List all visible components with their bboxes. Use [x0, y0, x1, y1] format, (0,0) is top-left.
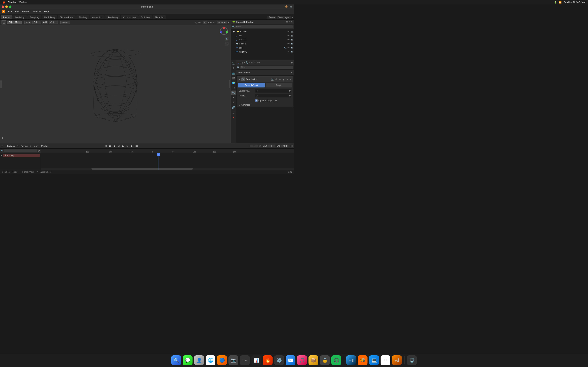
mod-more-icon[interactable]: ▼: [286, 78, 289, 81]
playback-chevron[interactable]: ▼: [17, 145, 19, 147]
outliner-close-icon[interactable]: ✕: [291, 21, 293, 23]
levels-viewport-dot[interactable]: [289, 90, 291, 92]
add-workspace-icon[interactable]: +: [292, 16, 293, 19]
view-menu[interactable]: View: [24, 21, 32, 24]
object-menu[interactable]: Object: [49, 21, 58, 24]
props-object-icon[interactable]: ⬡: [231, 86, 236, 90]
mod-camera-icon[interactable]: 📷: [271, 78, 274, 81]
close-button[interactable]: [2, 6, 4, 8]
outliner-item-vert001[interactable]: ▽ Vert.001 👁 📷: [231, 50, 294, 54]
camera-vis-icon[interactable]: 👁: [287, 43, 290, 45]
viewport-canvas[interactable]: b T R F: [0, 25, 231, 143]
outliner-filter-icon[interactable]: ⚙: [286, 21, 288, 23]
keying-menu[interactable]: Keying: [20, 145, 29, 147]
outliner-item-vert[interactable]: ▽ Vert 👁 📷: [231, 33, 294, 38]
menu-help[interactable]: Help: [43, 10, 50, 13]
view-perspective-icon[interactable]: T R F: [219, 27, 229, 35]
viewlayer-selector[interactable]: View Layer: [277, 16, 291, 19]
timeline-search-input[interactable]: [4, 150, 37, 152]
render-dot[interactable]: [289, 95, 291, 96]
camera-render-icon[interactable]: 📷: [290, 43, 293, 45]
tab-animation[interactable]: Animation: [90, 15, 105, 19]
next-keyframe-button[interactable]: ▷: [126, 145, 130, 147]
vert002-render-icon[interactable]: 📷: [290, 39, 293, 41]
timeline-mode-icon[interactable]: ⏱: [1, 145, 4, 147]
vert002-vis-icon[interactable]: 👁: [287, 39, 290, 41]
transform-orientation[interactable]: Normal: [61, 21, 70, 24]
props-data-icon[interactable]: △: [231, 110, 236, 115]
props-physics-icon[interactable]: ⚛: [231, 100, 236, 105]
tab-texturepaint[interactable]: Texture Paint: [58, 15, 76, 19]
timeline-scrollbar-thumb[interactable]: [91, 168, 193, 170]
simple-button[interactable]: Simple: [266, 83, 292, 87]
menu-edit[interactable]: Edit: [14, 10, 20, 13]
keying-chevron[interactable]: ▼: [30, 145, 31, 147]
add-menu[interactable]: Add: [42, 21, 48, 24]
view-menu-tl[interactable]: View: [33, 145, 39, 147]
vert-render-icon[interactable]: 📷: [290, 34, 293, 37]
tab-shading[interactable]: Shading: [76, 15, 89, 19]
marker-menu[interactable]: Marker: [40, 145, 49, 147]
modifier-close[interactable]: ✕: [290, 78, 292, 81]
render-field[interactable]: 2: [255, 94, 291, 98]
menu-file[interactable]: File: [7, 10, 13, 13]
props-constraints-icon[interactable]: 🔗: [231, 105, 236, 110]
minimize-button[interactable]: [5, 6, 8, 8]
archive-visible-icon[interactable]: 👁: [287, 30, 290, 33]
props-material-icon[interactable]: ●: [231, 115, 236, 119]
record-button[interactable]: [105, 145, 107, 147]
maximize-button[interactable]: [9, 6, 11, 8]
tab-modeling[interactable]: Modeling: [13, 15, 27, 19]
current-frame-field[interactable]: 15: [250, 145, 258, 147]
egg-render-icon[interactable]: 📷: [290, 47, 293, 49]
optimal-display-checkbox[interactable]: [255, 99, 258, 102]
timeline-summary-row[interactable]: ▶ Summary: [0, 153, 41, 158]
viewport-shading-wire[interactable]: ◫: [203, 21, 207, 24]
add-modifier-chevron[interactable]: ▼: [290, 71, 292, 74]
vert-vis-icon[interactable]: 👁: [287, 34, 290, 37]
timeline-scrollbar[interactable]: [41, 168, 294, 170]
app-name[interactable]: Blender: [8, 1, 16, 3]
options-chevron[interactable]: ▼: [227, 21, 229, 24]
scene-selector[interactable]: Scene: [268, 16, 276, 19]
tab-scripting[interactable]: Scripting: [138, 15, 152, 19]
mac-menu-window[interactable]: Window: [18, 1, 26, 3]
props-world-icon[interactable]: 🌍: [231, 81, 236, 85]
options-button[interactable]: Options: [217, 21, 227, 24]
add-modifier-button[interactable]: Add Modifier: [238, 71, 290, 74]
advanced-section[interactable]: ▶ Advanced: [237, 103, 293, 107]
tab-uvediting[interactable]: UV Editing: [42, 15, 57, 19]
play-button[interactable]: ▶: [121, 144, 125, 148]
mod-render-icon[interactable]: ◉: [282, 78, 285, 81]
outliner-item-vert002[interactable]: ▽ Vert.002 👁 📷: [231, 38, 294, 42]
props-search-input[interactable]: [240, 66, 293, 69]
tl-swap-icon[interactable]: ⇄: [38, 150, 40, 152]
props-render-icon[interactable]: 📷: [231, 61, 236, 66]
menu-window[interactable]: Window: [32, 10, 42, 13]
viewport-shading-solid[interactable]: ●: [208, 21, 209, 24]
egg-vis-icon[interactable]: 👁: [287, 47, 290, 49]
apple-menu[interactable]: 🍎: [2, 1, 5, 4]
outliner-add-icon[interactable]: +: [289, 21, 290, 23]
mod-edit-icon[interactable]: ✏: [278, 78, 282, 81]
props-particles-icon[interactable]: ✦: [231, 95, 236, 100]
tab-sculpting[interactable]: Sculpting: [27, 15, 42, 19]
camera-icon[interactable]: 📷: [290, 5, 292, 8]
props-output-icon[interactable]: 🖨: [231, 66, 236, 71]
fly-icon[interactable]: ✈: [225, 42, 229, 46]
props-modifier-icon[interactable]: 🔧: [231, 91, 236, 95]
vert001-render-icon[interactable]: 📷: [290, 51, 293, 53]
playhead[interactable]: 15: [158, 153, 158, 170]
archive-render-icon[interactable]: 📷: [290, 30, 293, 33]
tab-rendering[interactable]: Rendering: [105, 15, 120, 19]
snap-icon[interactable]: ⋯: [198, 21, 201, 24]
bc-obj-name[interactable]: egg: [240, 62, 243, 64]
catmull-clark-button[interactable]: Catmull-Clark: [238, 83, 265, 87]
dropbox-icon[interactable]: 📦: [285, 5, 288, 8]
tab-layout[interactable]: Layout: [1, 15, 12, 19]
end-field[interactable]: 100: [281, 145, 288, 147]
props-view-layer-icon[interactable]: 📺: [231, 71, 236, 75]
bc-mod-name[interactable]: Subdivision: [249, 62, 260, 64]
modifier-expand[interactable]: ▼: [238, 78, 241, 81]
playback-menu[interactable]: Playback: [5, 145, 16, 147]
